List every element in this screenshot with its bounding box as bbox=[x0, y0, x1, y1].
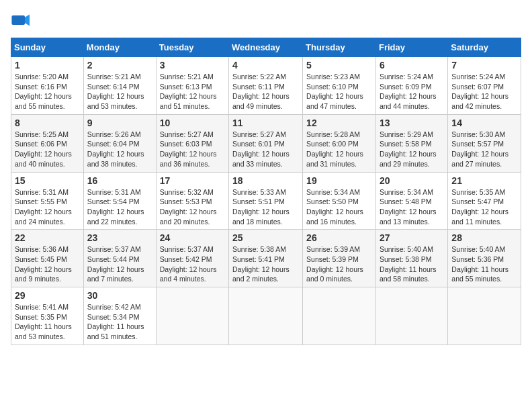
day-info: Sunrise: 5:25 AMSunset: 6:06 PMDaylight:… bbox=[15, 130, 80, 169]
calendar-cell bbox=[229, 287, 303, 345]
col-header-sunday: Sunday bbox=[11, 38, 84, 57]
day-number: 20 bbox=[380, 175, 444, 186]
calendar-cell bbox=[375, 287, 447, 345]
svg-rect-0 bbox=[11, 15, 25, 25]
calendar-week-5: 29Sunrise: 5:41 AMSunset: 5:35 PMDayligh… bbox=[11, 287, 521, 345]
day-info: Sunrise: 5:30 AMSunset: 5:57 PMDaylight:… bbox=[451, 130, 517, 169]
calendar-week-2: 8Sunrise: 5:25 AMSunset: 6:06 PMDaylight… bbox=[11, 114, 521, 172]
day-number: 5 bbox=[306, 60, 372, 71]
calendar-cell: 23Sunrise: 5:37 AMSunset: 5:44 PMDayligh… bbox=[83, 230, 156, 287]
day-number: 26 bbox=[306, 232, 372, 243]
day-info: Sunrise: 5:37 AMSunset: 5:42 PMDaylight:… bbox=[160, 244, 225, 284]
day-info: Sunrise: 5:38 AMSunset: 5:41 PMDaylight:… bbox=[232, 244, 299, 284]
day-info: Sunrise: 5:35 AMSunset: 5:47 PMDaylight:… bbox=[451, 187, 517, 227]
calendar-cell: 3Sunrise: 5:21 AMSunset: 6:13 PMDaylight… bbox=[156, 57, 228, 115]
calendar-cell bbox=[448, 287, 521, 345]
day-info: Sunrise: 5:26 AMSunset: 6:04 PMDaylight:… bbox=[87, 130, 152, 169]
day-number: 21 bbox=[451, 175, 517, 186]
day-info: Sunrise: 5:40 AMSunset: 5:36 PMDaylight:… bbox=[451, 244, 517, 284]
day-number: 1 bbox=[15, 60, 80, 71]
day-number: 16 bbox=[87, 175, 152, 186]
calendar-cell: 30Sunrise: 5:42 AMSunset: 5:34 PMDayligh… bbox=[83, 287, 156, 345]
day-number: 30 bbox=[87, 290, 152, 301]
day-number: 29 bbox=[15, 290, 80, 301]
calendar-cell: 1Sunrise: 5:20 AMSunset: 6:16 PMDaylight… bbox=[11, 57, 84, 115]
day-info: Sunrise: 5:40 AMSunset: 5:38 PMDaylight:… bbox=[380, 244, 444, 284]
day-number: 9 bbox=[87, 118, 152, 128]
day-number: 11 bbox=[232, 118, 299, 128]
calendar-cell: 4Sunrise: 5:22 AMSunset: 6:11 PMDaylight… bbox=[229, 57, 303, 115]
calendar-cell: 13Sunrise: 5:29 AMSunset: 5:58 PMDayligh… bbox=[375, 114, 447, 172]
day-info: Sunrise: 5:37 AMSunset: 5:44 PMDaylight:… bbox=[87, 244, 152, 284]
logo bbox=[11, 11, 31, 30]
calendar-cell: 16Sunrise: 5:31 AMSunset: 5:54 PMDayligh… bbox=[83, 172, 156, 230]
calendar-cell: 27Sunrise: 5:40 AMSunset: 5:38 PMDayligh… bbox=[375, 230, 447, 287]
day-number: 27 bbox=[380, 232, 444, 243]
col-header-wednesday: Wednesday bbox=[229, 38, 303, 57]
day-number: 4 bbox=[232, 60, 299, 71]
day-number: 7 bbox=[451, 60, 517, 71]
day-number: 10 bbox=[160, 118, 225, 128]
calendar-cell: 22Sunrise: 5:36 AMSunset: 5:45 PMDayligh… bbox=[11, 230, 84, 287]
day-number: 17 bbox=[160, 175, 225, 186]
day-number: 14 bbox=[451, 118, 517, 128]
day-number: 12 bbox=[306, 118, 372, 128]
svg-marker-1 bbox=[25, 15, 30, 26]
calendar-cell bbox=[303, 287, 376, 345]
day-info: Sunrise: 5:24 AMSunset: 6:09 PMDaylight:… bbox=[380, 72, 444, 111]
day-number: 22 bbox=[15, 232, 80, 243]
calendar-cell: 24Sunrise: 5:37 AMSunset: 5:42 PMDayligh… bbox=[156, 230, 228, 287]
day-number: 19 bbox=[306, 175, 372, 186]
col-header-saturday: Saturday bbox=[448, 38, 521, 57]
calendar-cell: 12Sunrise: 5:28 AMSunset: 6:00 PMDayligh… bbox=[303, 114, 376, 172]
calendar-cell: 2Sunrise: 5:21 AMSunset: 6:14 PMDaylight… bbox=[83, 57, 156, 115]
day-info: Sunrise: 5:21 AMSunset: 6:13 PMDaylight:… bbox=[160, 72, 225, 111]
calendar-cell bbox=[156, 287, 228, 345]
col-header-monday: Monday bbox=[83, 38, 156, 57]
day-info: Sunrise: 5:31 AMSunset: 5:54 PMDaylight:… bbox=[87, 187, 152, 227]
calendar-cell: 14Sunrise: 5:30 AMSunset: 5:57 PMDayligh… bbox=[448, 114, 521, 172]
day-number: 3 bbox=[160, 60, 225, 71]
calendar-cell: 26Sunrise: 5:39 AMSunset: 5:39 PMDayligh… bbox=[303, 230, 376, 287]
page-header bbox=[11, 11, 521, 30]
calendar-cell: 6Sunrise: 5:24 AMSunset: 6:09 PMDaylight… bbox=[375, 57, 447, 115]
calendar-cell: 8Sunrise: 5:25 AMSunset: 6:06 PMDaylight… bbox=[11, 114, 84, 172]
logo-icon bbox=[11, 11, 30, 30]
day-info: Sunrise: 5:23 AMSunset: 6:10 PMDaylight:… bbox=[306, 72, 372, 111]
day-info: Sunrise: 5:20 AMSunset: 6:16 PMDaylight:… bbox=[15, 72, 80, 111]
day-number: 8 bbox=[15, 118, 80, 128]
day-number: 15 bbox=[15, 175, 80, 186]
day-info: Sunrise: 5:42 AMSunset: 5:34 PMDaylight:… bbox=[87, 302, 152, 342]
day-number: 6 bbox=[380, 60, 444, 71]
calendar-cell: 7Sunrise: 5:24 AMSunset: 6:07 PMDaylight… bbox=[448, 57, 521, 115]
calendar-cell: 20Sunrise: 5:34 AMSunset: 5:48 PMDayligh… bbox=[375, 172, 447, 230]
day-info: Sunrise: 5:41 AMSunset: 5:35 PMDaylight:… bbox=[15, 302, 80, 342]
calendar-week-3: 15Sunrise: 5:31 AMSunset: 5:55 PMDayligh… bbox=[11, 172, 521, 230]
calendar-table: SundayMondayTuesdayWednesdayThursdayFrid… bbox=[11, 38, 521, 345]
day-info: Sunrise: 5:21 AMSunset: 6:14 PMDaylight:… bbox=[87, 72, 152, 111]
calendar-cell: 17Sunrise: 5:32 AMSunset: 5:53 PMDayligh… bbox=[156, 172, 228, 230]
col-header-friday: Friday bbox=[375, 38, 447, 57]
day-info: Sunrise: 5:24 AMSunset: 6:07 PMDaylight:… bbox=[451, 72, 517, 111]
day-info: Sunrise: 5:31 AMSunset: 5:55 PMDaylight:… bbox=[15, 187, 80, 227]
day-info: Sunrise: 5:39 AMSunset: 5:39 PMDaylight:… bbox=[306, 244, 372, 284]
calendar-cell: 10Sunrise: 5:27 AMSunset: 6:03 PMDayligh… bbox=[156, 114, 228, 172]
calendar-cell: 19Sunrise: 5:34 AMSunset: 5:50 PMDayligh… bbox=[303, 172, 376, 230]
day-info: Sunrise: 5:32 AMSunset: 5:53 PMDaylight:… bbox=[160, 187, 225, 227]
header-row: SundayMondayTuesdayWednesdayThursdayFrid… bbox=[11, 38, 521, 57]
day-info: Sunrise: 5:27 AMSunset: 6:03 PMDaylight:… bbox=[160, 130, 225, 169]
day-info: Sunrise: 5:22 AMSunset: 6:11 PMDaylight:… bbox=[232, 72, 299, 111]
calendar-cell: 29Sunrise: 5:41 AMSunset: 5:35 PMDayligh… bbox=[11, 287, 84, 345]
day-number: 13 bbox=[380, 118, 444, 128]
day-info: Sunrise: 5:33 AMSunset: 5:51 PMDaylight:… bbox=[232, 187, 299, 227]
calendar-cell: 21Sunrise: 5:35 AMSunset: 5:47 PMDayligh… bbox=[448, 172, 521, 230]
day-info: Sunrise: 5:29 AMSunset: 5:58 PMDaylight:… bbox=[380, 130, 444, 169]
day-number: 28 bbox=[451, 232, 517, 243]
calendar-cell: 11Sunrise: 5:27 AMSunset: 6:01 PMDayligh… bbox=[229, 114, 303, 172]
day-number: 18 bbox=[232, 175, 299, 186]
col-header-thursday: Thursday bbox=[303, 38, 376, 57]
calendar-cell: 15Sunrise: 5:31 AMSunset: 5:55 PMDayligh… bbox=[11, 172, 84, 230]
calendar-cell: 9Sunrise: 5:26 AMSunset: 6:04 PMDaylight… bbox=[83, 114, 156, 172]
day-info: Sunrise: 5:34 AMSunset: 5:50 PMDaylight:… bbox=[306, 187, 372, 227]
calendar-week-1: 1Sunrise: 5:20 AMSunset: 6:16 PMDaylight… bbox=[11, 57, 521, 115]
